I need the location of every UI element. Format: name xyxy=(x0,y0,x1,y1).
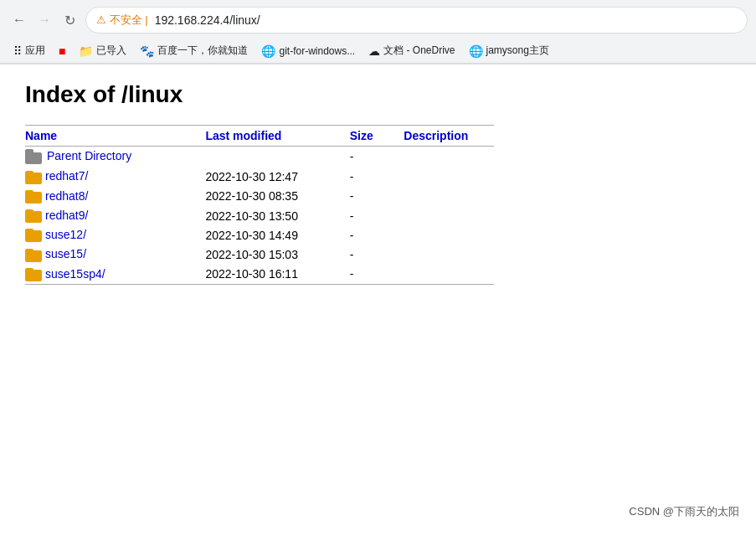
readlater-icon: ■ xyxy=(59,44,65,58)
col-header-modified: Last modified xyxy=(205,126,349,147)
file-desc-cell xyxy=(404,225,494,245)
jamysong-icon: 🌐 xyxy=(469,44,483,58)
bookmark-readlater[interactable]: ■ xyxy=(54,43,70,59)
file-modified-cell: 2022-10-30 14:49 xyxy=(205,225,349,245)
bookmark-baidu-label: 百度一下，你就知道 xyxy=(157,44,248,58)
file-link[interactable]: suse15sp4/ xyxy=(45,267,105,281)
file-name-cell: suse15sp4/ xyxy=(25,265,205,285)
file-link[interactable]: redhat7/ xyxy=(45,169,88,183)
table-row: suse12/2022-10-30 14:49- xyxy=(25,225,494,245)
file-desc-cell xyxy=(404,206,494,225)
baidu-icon: 🐾 xyxy=(140,44,154,58)
forward-button[interactable]: → xyxy=(33,9,55,31)
file-size-cell: - xyxy=(350,167,404,186)
bookmark-apps-label: 应用 xyxy=(25,44,45,58)
folder-icon xyxy=(25,171,42,184)
file-modified-cell: 2022-10-30 13:50 xyxy=(205,206,349,225)
file-name-cell: redhat9/ xyxy=(25,206,205,225)
file-link[interactable]: suse12/ xyxy=(45,228,86,241)
nav-buttons: ← → ↻ xyxy=(8,9,80,31)
folder-icon xyxy=(25,209,42,223)
file-link[interactable]: suse15/ xyxy=(45,247,86,260)
back-button[interactable]: ← xyxy=(8,9,30,31)
git-icon: 🌐 xyxy=(261,44,275,58)
col-header-description: Description xyxy=(404,126,494,147)
file-name-cell: suse15/ xyxy=(25,245,205,264)
table-row: suse15/2022-10-30 15:03- xyxy=(25,245,494,264)
file-modified-cell xyxy=(205,147,349,168)
bookmark-baidu[interactable]: 🐾 百度一下，你就知道 xyxy=(135,42,253,59)
bookmark-apps[interactable]: ⠿ 应用 xyxy=(8,42,50,59)
file-modified-cell: 2022-10-30 16:11 xyxy=(205,265,349,285)
col-header-name: Name xyxy=(25,126,205,147)
table-row: suse15sp4/2022-10-30 16:11- xyxy=(25,265,494,285)
sort-modified-link[interactable]: Last modified xyxy=(205,129,281,142)
table-row: redhat7/2022-10-30 12:47- xyxy=(25,167,494,186)
sort-desc-link[interactable]: Description xyxy=(404,129,468,142)
col-header-size: Size xyxy=(350,126,404,147)
file-size-cell: - xyxy=(350,265,404,285)
folder-icon xyxy=(25,190,42,204)
bookmark-jamysong[interactable]: 🌐 jamysong主页 xyxy=(464,42,554,59)
reload-button[interactable]: ↻ xyxy=(59,9,80,31)
bookmark-onedrive-label: 文档 - OneDrive xyxy=(383,44,455,58)
file-desc-cell xyxy=(404,245,494,264)
page-title: Index of /linux xyxy=(25,81,731,108)
address-bar[interactable]: ⚠ 不安全 | xyxy=(85,7,748,34)
file-name-cell: redhat7/ xyxy=(25,167,205,186)
file-size-cell: - xyxy=(350,225,404,245)
sort-size-link[interactable]: Size xyxy=(350,129,373,142)
onedrive-icon: ☁ xyxy=(368,44,380,58)
apps-icon: ⠿ xyxy=(13,44,22,58)
table-row: Parent Directory- xyxy=(25,147,494,168)
table-footer-cell xyxy=(25,285,494,291)
file-modified-cell: 2022-10-30 12:47 xyxy=(205,167,349,186)
bookmark-onedrive[interactable]: ☁ 文档 - OneDrive xyxy=(363,42,460,59)
file-size-cell: - xyxy=(350,245,404,264)
file-name-cell: suse12/ xyxy=(25,225,205,245)
table-row: redhat8/2022-10-30 08:35- xyxy=(25,187,494,206)
parent-dir-icon xyxy=(25,149,44,164)
folder-icon xyxy=(25,268,42,281)
bookmark-imported-label: 已导入 xyxy=(96,44,126,58)
page-content: Index of /linux Name Last modified Size … xyxy=(0,64,756,483)
file-link[interactable]: redhat8/ xyxy=(45,189,88,203)
bookmark-imported[interactable]: 📁 已导入 xyxy=(74,42,131,59)
file-size-cell: - xyxy=(350,187,404,206)
bookmark-git-label: git-for-windows... xyxy=(279,45,355,57)
table-header-row: Name Last modified Size Description xyxy=(25,126,494,147)
file-name-cell: redhat8/ xyxy=(25,187,205,206)
browser-chrome: ← → ↻ ⚠ 不安全 | ⠿ 应用 ■ 📁 已导入 🐾 百度一下，你就知道 🌐… xyxy=(0,0,756,64)
file-size-cell: - xyxy=(350,147,404,168)
file-desc-cell xyxy=(404,147,494,168)
file-name-cell: Parent Directory xyxy=(25,147,205,168)
imported-icon: 📁 xyxy=(79,44,93,58)
security-warning-icon: ⚠ 不安全 | xyxy=(96,13,148,28)
file-link[interactable]: Parent Directory xyxy=(47,149,131,162)
bookmark-git[interactable]: 🌐 git-for-windows... xyxy=(256,43,360,59)
file-desc-cell xyxy=(404,167,494,186)
file-size-cell: - xyxy=(350,206,404,225)
browser-toolbar: ← → ↻ ⚠ 不安全 | xyxy=(0,0,756,40)
file-desc-cell xyxy=(404,265,494,285)
file-desc-cell xyxy=(404,187,494,206)
security-label: 不安全 xyxy=(110,13,142,26)
folder-icon xyxy=(25,229,42,242)
folder-icon xyxy=(25,249,42,262)
table-footer-row xyxy=(25,285,494,291)
file-modified-cell: 2022-10-30 15:03 xyxy=(205,245,349,264)
file-table: Name Last modified Size Description Pare… xyxy=(25,125,494,290)
sort-name-link[interactable]: Name xyxy=(25,129,57,142)
bookmark-jamysong-label: jamysong主页 xyxy=(486,44,549,58)
bookmarks-bar: ⠿ 应用 ■ 📁 已导入 🐾 百度一下，你就知道 🌐 git-for-windo… xyxy=(0,40,756,64)
file-link[interactable]: redhat9/ xyxy=(45,209,88,222)
table-row: redhat9/2022-10-30 13:50- xyxy=(25,206,494,225)
url-input[interactable] xyxy=(155,13,737,27)
file-modified-cell: 2022-10-30 08:35 xyxy=(205,187,349,206)
